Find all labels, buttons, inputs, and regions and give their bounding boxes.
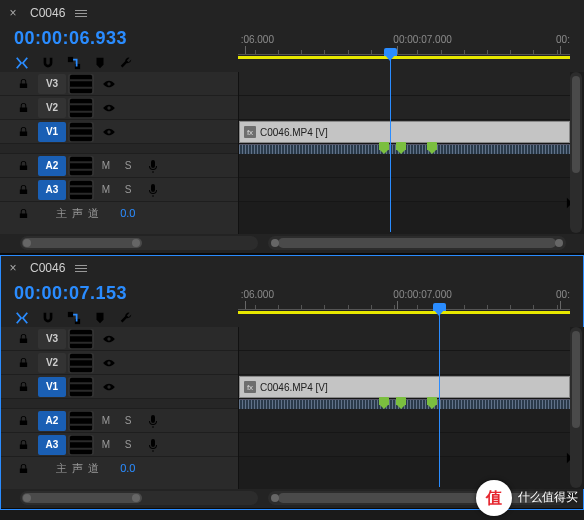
mute-button[interactable]: M: [96, 411, 116, 431]
lock-icon[interactable]: [10, 203, 36, 223]
work-area-bar[interactable]: [238, 56, 570, 59]
sync-lock-icon[interactable]: [68, 377, 94, 397]
eye-icon[interactable]: [96, 74, 122, 94]
sequence-tab[interactable]: C0046: [20, 6, 73, 20]
track-height-scrollbar[interactable]: [20, 236, 258, 250]
sync-lock-icon[interactable]: [68, 156, 94, 176]
audio-lane[interactable]: [239, 178, 570, 202]
sync-lock-icon[interactable]: [68, 122, 94, 142]
video-track-header[interactable]: V1: [0, 120, 238, 144]
time-ruler[interactable]: :06.00000:00:07.00000:: [238, 281, 584, 327]
sync-lock-icon[interactable]: [68, 74, 94, 94]
audio-lane[interactable]: [239, 154, 570, 178]
track-toggle[interactable]: A3: [38, 180, 66, 200]
track-toggle[interactable]: V3: [38, 74, 66, 94]
solo-button[interactable]: S: [118, 180, 138, 200]
sync-lock-icon[interactable]: [68, 98, 94, 118]
mic-icon[interactable]: [140, 411, 166, 431]
track-toggle[interactable]: V2: [38, 353, 66, 373]
linked-selection-icon[interactable]: [66, 55, 82, 71]
audio-track-header[interactable]: A3 M S: [0, 433, 238, 457]
eye-icon[interactable]: [96, 329, 122, 349]
linked-selection-icon[interactable]: [66, 310, 82, 326]
audio-track-header[interactable]: A2 M S: [0, 154, 238, 178]
video-lane[interactable]: [239, 72, 570, 96]
sync-lock-icon[interactable]: [68, 353, 94, 373]
marker-settings-icon[interactable]: [92, 310, 108, 326]
track-toggle[interactable]: A2: [38, 156, 66, 176]
video-lane[interactable]: [239, 327, 570, 351]
sync-lock-icon[interactable]: [68, 435, 94, 455]
audio-lane[interactable]: [239, 433, 570, 457]
playhead[interactable]: [439, 303, 440, 487]
mute-button[interactable]: M: [96, 435, 116, 455]
audio-lane[interactable]: [239, 409, 570, 433]
sync-lock-icon[interactable]: [68, 329, 94, 349]
lock-icon[interactable]: [10, 435, 36, 455]
solo-button[interactable]: S: [118, 411, 138, 431]
wrench-icon[interactable]: [118, 310, 134, 326]
video-track-header[interactable]: V2: [0, 351, 238, 375]
vertical-scrollbar[interactable]: [570, 327, 582, 488]
video-lane[interactable]: [239, 351, 570, 375]
lock-icon[interactable]: [10, 377, 36, 397]
lock-icon[interactable]: [10, 458, 36, 478]
close-icon[interactable]: ×: [6, 6, 20, 20]
lock-icon[interactable]: [10, 411, 36, 431]
track-height-scrollbar[interactable]: [20, 491, 258, 505]
work-area-bar[interactable]: [238, 311, 570, 314]
playhead-timecode[interactable]: 00:00:06.933: [14, 28, 228, 49]
panel-menu-icon[interactable]: [73, 5, 89, 21]
time-ruler[interactable]: :06.00000:00:07.00000:: [238, 26, 584, 72]
insert-icon[interactable]: [14, 55, 30, 71]
track-toggle[interactable]: V3: [38, 329, 66, 349]
track-content[interactable]: fx C0046.MP4 [V]: [238, 72, 584, 234]
insert-icon[interactable]: [14, 310, 30, 326]
marker-icon[interactable]: [427, 142, 437, 154]
track-content[interactable]: fx C0046.MP4 [V]: [238, 327, 584, 489]
mute-button[interactable]: M: [96, 180, 116, 200]
vertical-scrollbar[interactable]: [570, 72, 582, 233]
video-clip[interactable]: fx C0046.MP4 [V]: [239, 121, 570, 143]
track-toggle[interactable]: A2: [38, 411, 66, 431]
video-lane[interactable]: [239, 96, 570, 120]
eye-icon[interactable]: [96, 98, 122, 118]
wrench-icon[interactable]: [118, 55, 134, 71]
marker-icon[interactable]: [396, 142, 406, 154]
snap-icon[interactable]: [40, 310, 56, 326]
lock-icon[interactable]: [10, 353, 36, 373]
audio-track-header[interactable]: A2 M S: [0, 409, 238, 433]
mute-button[interactable]: M: [96, 156, 116, 176]
lock-icon[interactable]: [10, 98, 36, 118]
sequence-tab[interactable]: C0046: [20, 261, 73, 275]
playhead-timecode[interactable]: 00:00:07.153: [14, 283, 228, 304]
track-toggle[interactable]: V1: [38, 377, 66, 397]
marker-icon[interactable]: [379, 397, 389, 409]
audio-track-header[interactable]: A3 M S: [0, 178, 238, 202]
video-track-header[interactable]: V3: [0, 327, 238, 351]
lock-icon[interactable]: [10, 156, 36, 176]
horizontal-scrollbar[interactable]: [268, 236, 566, 250]
track-toggle[interactable]: A3: [38, 435, 66, 455]
track-toggle[interactable]: V2: [38, 98, 66, 118]
playhead[interactable]: [390, 48, 391, 232]
solo-button[interactable]: S: [118, 435, 138, 455]
eye-icon[interactable]: [96, 353, 122, 373]
eye-icon[interactable]: [96, 122, 122, 142]
panel-menu-icon[interactable]: [73, 260, 89, 276]
video-clip[interactable]: fx C0046.MP4 [V]: [239, 376, 570, 398]
marker-icon[interactable]: [427, 397, 437, 409]
mic-icon[interactable]: [140, 156, 166, 176]
sync-lock-icon[interactable]: [68, 411, 94, 431]
lock-icon[interactable]: [10, 122, 36, 142]
snap-icon[interactable]: [40, 55, 56, 71]
lock-icon[interactable]: [10, 180, 36, 200]
video-track-header[interactable]: V1: [0, 375, 238, 399]
lock-icon[interactable]: [10, 74, 36, 94]
marker-icon[interactable]: [396, 397, 406, 409]
mic-icon[interactable]: [140, 180, 166, 200]
video-track-header[interactable]: V3: [0, 72, 238, 96]
solo-button[interactable]: S: [118, 156, 138, 176]
close-icon[interactable]: ×: [6, 261, 20, 275]
sync-lock-icon[interactable]: [68, 180, 94, 200]
